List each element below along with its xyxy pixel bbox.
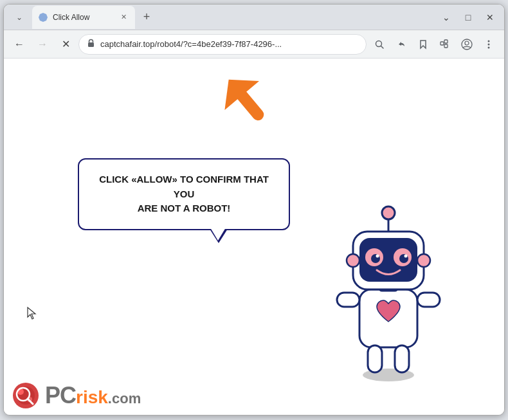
svg-point-22 [382,206,395,219]
lock-icon [87,39,95,50]
svg-rect-5 [444,44,448,48]
svg-rect-4 [444,40,448,43]
pcrisk-logo-icon [12,381,40,410]
close-button[interactable]: ✕ [481,8,499,26]
address-bar[interactable]: captchafair.top/robot4/?c=4be2ef39-7f87-… [78,34,367,55]
profile-icon-button[interactable] [457,34,477,55]
share-icon-button[interactable] [391,34,412,55]
pcrisk-watermark: PC risk .com [12,381,141,410]
speech-bubble: CLICK «ALLOW» TO CONFIRM THAT YOU ARE NO… [78,158,290,230]
active-tab[interactable]: Click Allow ✕ [32,6,135,29]
nav-bar: ← → ✕ captchafair.top/robot4/?c=4be2ef39… [4,30,504,59]
svg-line-2 [381,46,384,48]
bookmark-icon-button[interactable] [413,34,433,55]
svg-rect-15 [337,293,359,307]
reload-button[interactable]: ✕ [55,34,76,55]
svg-point-10 [488,46,490,48]
pcrisk-text-container: PC risk .com [45,384,141,407]
svg-rect-18 [395,345,409,372]
back-button[interactable]: ← [9,34,30,55]
tab-title: Click Allow [53,13,89,22]
tab-close-button[interactable]: ✕ [118,12,129,23]
svg-point-28 [376,255,379,258]
svg-point-31 [417,254,430,267]
search-icon-button[interactable] [369,34,390,55]
maximize-button[interactable]: □ [459,8,477,26]
svg-rect-0 [88,42,94,47]
robot-illustration [324,196,453,376]
svg-point-29 [404,255,408,258]
nav-icons-right [369,34,499,55]
browser-window: ⌄ Click Allow ✕ + ⌄ □ ✕ ← → ✕ [3,4,505,415]
title-bar: ⌄ Click Allow ✕ + ⌄ □ ✕ [4,5,504,30]
svg-rect-3 [440,42,444,45]
tab-favicon [39,13,48,22]
window-controls: ⌄ □ ✕ [437,8,499,26]
pc-text: PC [45,384,76,407]
new-tab-button[interactable]: + [138,8,156,26]
page-content: CLICK «ALLOW» TO CONFIRM THAT YOU ARE NO… [4,59,504,415]
menu-icon-button[interactable] [478,34,499,55]
svg-point-9 [488,43,490,45]
mouse-cursor [26,306,38,322]
risk-text: risk [76,388,108,406]
svg-point-8 [488,40,490,42]
svg-point-7 [465,41,469,45]
svg-rect-17 [368,345,382,372]
tab-list-button[interactable]: ⌄ [9,7,30,28]
url-text: captchafair.top/robot4/?c=4be2ef39-7f87-… [100,39,358,49]
extensions-icon-button[interactable] [435,34,455,55]
svg-point-30 [347,254,359,267]
minimize-button[interactable]: ⌄ [437,8,455,26]
bubble-text: CLICK «ALLOW» TO CONFIRM THAT YOU ARE NO… [95,172,273,216]
forward-button[interactable]: → [32,34,53,55]
dotcom-text: .com [108,390,141,407]
svg-rect-16 [417,293,440,307]
